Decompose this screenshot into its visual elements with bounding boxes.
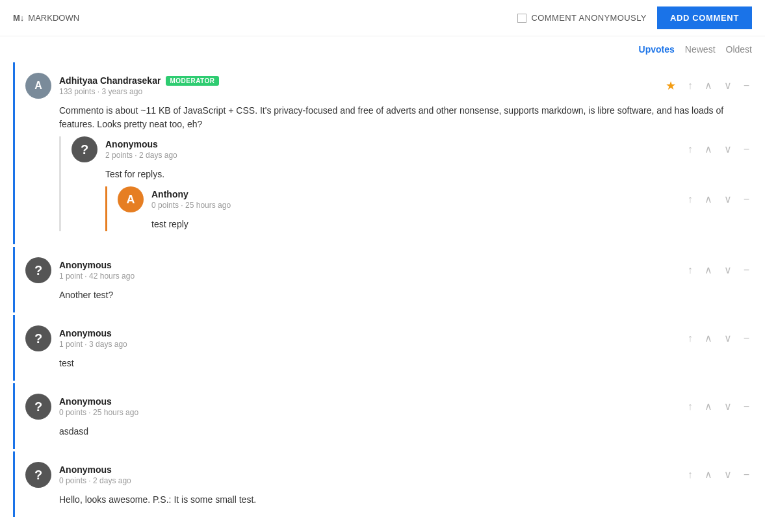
upvote-arrow-button[interactable]: ∧ [702,79,715,92]
toolbar: M↓ MARKDOWN COMMENT ANONYMOUSLY ADD COMM… [0,0,765,36]
sort-upvotes[interactable]: Upvotes [639,44,675,55]
comment-actions: ↑∧∨− [685,400,752,413]
comment-header: ?Anonymous0 points · 25 hours ago↑∧∨− [25,394,752,420]
comment-body: Another test? [59,288,752,302]
comment-meta: Anonymous0 points · 25 hours ago [59,396,685,417]
sort-oldest[interactable]: Oldest [726,44,752,55]
upvote-button[interactable]: ↑ [685,264,695,277]
comment: AAdhityaa ChandrasekarMODERATOR133 point… [13,62,752,244]
author-name: Anonymous [59,260,112,270]
upvote-arrow-button[interactable]: ∧ [702,143,715,156]
comment-actions: ↑∧∨− [685,332,752,345]
comment-actions: ★↑∧∨− [663,79,752,93]
comment-header: AAdhityaa ChandrasekarMODERATOR133 point… [25,73,752,99]
comment-points-time: 0 points · 2 days ago [59,476,685,485]
comment-author: Adhityaa ChandrasekarMODERATOR [59,75,663,86]
comment-header: ?Anonymous1 point · 3 days ago↑∧∨− [25,325,752,351]
upvote-arrow-button[interactable]: ∧ [702,332,715,345]
avatar: A [25,73,51,99]
comment-author: Anonymous [59,260,685,270]
comment-body: asdasd [59,425,752,438]
reply: AAnthony0 points · 25 hours ago↑∧∨−test … [105,186,752,231]
avatar: ? [71,136,97,162]
comment-body: test [59,357,752,370]
upvote-arrow-button[interactable]: ∧ [702,400,715,413]
reply-meta: Anthony0 points · 25 hours ago [151,189,685,210]
comment-body: Commento is about ~11 KB of JavaScript +… [59,104,752,131]
reply-meta: Anonymous2 points · 2 days ago [105,139,685,160]
comment-actions: ↑∧∨− [685,264,752,277]
downvote-arrow-button[interactable]: ∨ [721,264,734,277]
downvote-arrow-button[interactable]: ∨ [721,193,734,206]
comment-meta: Anonymous1 point · 3 days ago [59,328,685,349]
reply-body: test reply [151,218,752,231]
comments-container: AAdhityaa ChandrasekarMODERATOR133 point… [0,62,765,532]
upvote-arrow-button[interactable]: ∧ [702,468,715,481]
comment-header: ?Anonymous0 points · 2 days ago↑∧∨− [25,462,752,488]
upvote-arrow-button[interactable]: ∧ [702,193,715,206]
collapse-button[interactable]: − [741,332,752,345]
comment-points-time: 1 point · 3 days ago [59,340,685,349]
reply: ?Anonymous2 points · 2 days ago↑∧∨−Test … [59,136,752,231]
comment-header: ?Anonymous1 point · 42 hours ago↑∧∨− [25,257,752,283]
markdown-label: MARKDOWN [28,13,79,23]
comment: ?Anonymous1 point · 42 hours ago↑∧∨−Anot… [13,247,752,312]
reply-body: Test for replys. [105,168,752,181]
comment-author: Anonymous [59,464,685,475]
avatar: ? [25,394,51,420]
comment-points-time: 133 points · 3 years ago [59,87,663,96]
reply-author: Anonymous [105,139,685,149]
moderator-badge: MODERATOR [166,76,218,86]
collapse-button[interactable]: − [741,400,752,413]
sort-bar: Upvotes Newest Oldest [0,36,765,62]
comment-actions: ↑∧∨− [685,143,752,156]
comment-author: Anonymous [59,328,685,338]
comment: ?Anonymous0 points · 2 days ago↑∧∨−Hello… [13,451,752,517]
upvote-button[interactable]: ↑ [685,468,695,481]
anonymous-checkbox[interactable] [517,14,526,23]
sort-newest[interactable]: Newest [685,44,716,55]
comment-meta: Anonymous0 points · 2 days ago [59,464,685,485]
avatar: A [118,186,144,212]
collapse-button[interactable]: − [741,79,752,92]
add-comment-button[interactable]: ADD COMMENT [657,6,752,29]
markdown-indicator: M↓ MARKDOWN [13,13,79,23]
downvote-arrow-button[interactable]: ∨ [721,143,734,156]
comment: ?Anonymous0 points · 25 hours ago↑∧∨−asd… [13,383,752,449]
downvote-arrow-button[interactable]: ∨ [721,79,734,92]
reply-points-time: 2 points · 2 days ago [105,151,685,160]
star-button[interactable]: ★ [663,79,679,93]
author-name: Anonymous [59,328,112,338]
reply-author: Anthony [151,189,685,199]
comment-meta: Anonymous1 point · 42 hours ago [59,260,685,281]
upvote-arrow-button[interactable]: ∧ [702,264,715,277]
comment-actions: ↑∧∨− [685,193,752,206]
anonymous-label[interactable]: COMMENT ANONYMOUSLY [517,13,647,23]
upvote-button[interactable]: ↑ [685,400,695,413]
anonymous-label-text: COMMENT ANONYMOUSLY [532,13,647,23]
reply-header: AAnthony0 points · 25 hours ago↑∧∨− [118,186,752,212]
comment: ?Anonymous1 point · 3 days ago↑∧∨−test [13,315,752,381]
comment-points-time: 0 points · 25 hours ago [59,408,685,417]
nested-replies: AAnthony0 points · 25 hours ago↑∧∨−test … [105,186,752,231]
downvote-arrow-button[interactable]: ∨ [721,400,734,413]
comment-actions: ↑∧∨− [685,468,752,481]
downvote-arrow-button[interactable]: ∨ [721,468,734,481]
collapse-button[interactable]: − [741,468,752,481]
avatar: ? [25,462,51,488]
comment-meta: Adhityaa ChandrasekarMODERATOR133 points… [59,75,663,96]
upvote-button[interactable]: ↑ [685,332,695,345]
avatar: ? [25,257,51,283]
markdown-icon: M↓ [13,13,24,23]
replies: ?Anonymous2 points · 2 days ago↑∧∨−Test … [59,136,752,234]
upvote-button[interactable]: ↑ [685,193,695,206]
upvote-button[interactable]: ↑ [685,79,695,92]
collapse-button[interactable]: − [741,264,752,277]
avatar: ? [25,325,51,351]
collapse-button[interactable]: − [741,193,752,206]
reply-points-time: 0 points · 25 hours ago [151,201,685,210]
author-name: Anonymous [59,464,112,475]
collapse-button[interactable]: − [741,143,752,156]
downvote-arrow-button[interactable]: ∨ [721,332,734,345]
upvote-button[interactable]: ↑ [685,143,695,156]
